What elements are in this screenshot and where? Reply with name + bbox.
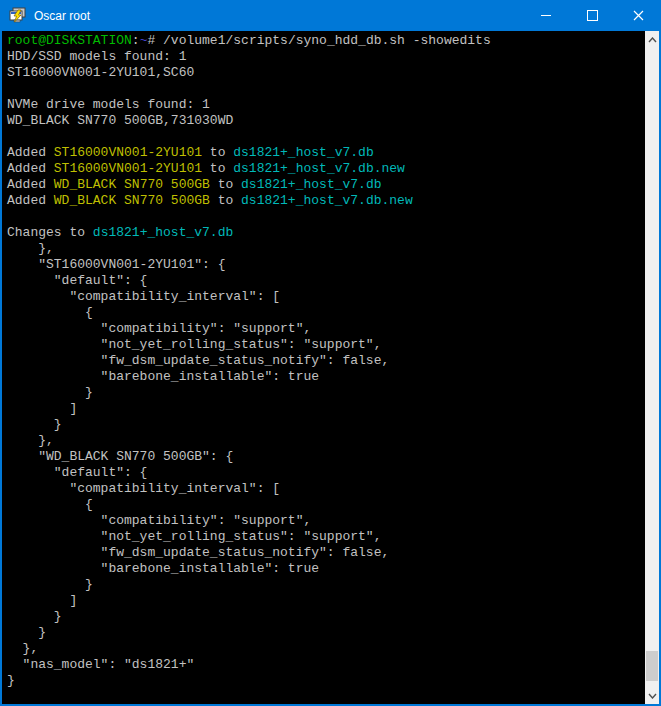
scrollbar-thumb[interactable] [646,651,658,681]
terminal-line: WD_BLACK SN770 500GB,731030WD [7,113,645,129]
terminal-line: } [7,673,645,689]
titlebar[interactable]: Oscar root [0,0,661,31]
window-controls [523,0,661,31]
terminal-line: Added WD_BLACK SN770 500GB to ds1821+_ho… [7,193,645,209]
terminal-line: "default": { [7,465,645,481]
terminal-line: } [7,609,645,625]
terminal-line: "barebone_installable": true [7,369,645,385]
terminal-line: "compatibility": "support", [7,321,645,337]
terminal-line: "compatibility_interval": [ [7,289,645,305]
terminal-line: NVMe drive models found: 1 [7,97,645,113]
scrollbar-track[interactable] [645,48,659,687]
minimize-button[interactable] [523,0,569,31]
terminal-line [7,129,645,145]
terminal-line: "not_yet_rolling_status": "support", [7,337,645,353]
window-content: root@DISKSTATION:~# /volume1/scripts/syn… [2,31,659,704]
terminal-line: ] [7,401,645,417]
terminal-line: root@DISKSTATION:~# /volume1/scripts/syn… [7,33,645,49]
terminal-line: ] [7,593,645,609]
scrollbar[interactable] [645,31,659,704]
terminal-line: }, [7,433,645,449]
terminal-line: Changes to ds1821+_host_v7.db [7,225,645,241]
terminal-line: Added WD_BLACK SN770 500GB to ds1821+_ho… [7,177,645,193]
terminal-line: } [7,625,645,641]
minimize-icon [541,15,551,16]
terminal-line: "compatibility": "support", [7,513,645,529]
terminal-line: "default": { [7,273,645,289]
terminal-line: }, [7,241,645,257]
terminal-line: "WD_BLACK SN770 500GB": { [7,449,645,465]
chevron-up-icon [648,37,657,43]
terminal-line: { [7,497,645,513]
terminal-line [7,209,645,225]
scroll-up-button[interactable] [645,31,659,48]
terminal-line: "nas_model": "ds1821+" [7,657,645,673]
terminal-screen[interactable]: root@DISKSTATION:~# /volume1/scripts/syn… [2,31,645,704]
terminal-line: Added ST16000VN001-2YU101 to ds1821+_hos… [7,145,645,161]
close-icon [633,10,644,21]
terminal-line: "barebone_installable": true [7,561,645,577]
terminal-line: "not_yet_rolling_status": "support", [7,529,645,545]
terminal-line: } [7,385,645,401]
terminal-line: }, [7,641,645,657]
terminal-line: } [7,577,645,593]
terminal-line: "compatibility_interval": [ [7,481,645,497]
terminal-line: "fw_dsm_update_status_notify": false, [7,353,645,369]
chevron-down-icon [648,693,657,699]
putty-window: Oscar root root@DISKSTATION:~# /volume1/… [0,0,661,706]
putty-terminal-icon[interactable] [9,7,27,24]
terminal-line [7,81,645,97]
maximize-button[interactable] [569,0,615,31]
close-button[interactable] [615,0,661,31]
terminal-line: HDD/SSD models found: 1 [7,49,645,65]
terminal-line: { [7,305,645,321]
terminal-line: Added ST16000VN001-2YU101 to ds1821+_hos… [7,161,645,177]
terminal-line: ST16000VN001-2YU101,SC60 [7,65,645,81]
scroll-down-button[interactable] [645,687,659,704]
terminal-line: } [7,417,645,433]
terminal-line: "fw_dsm_update_status_notify": false, [7,545,645,561]
window-title: Oscar root [34,9,523,23]
maximize-icon [587,10,598,21]
terminal-line: "ST16000VN001-2YU101": { [7,257,645,273]
